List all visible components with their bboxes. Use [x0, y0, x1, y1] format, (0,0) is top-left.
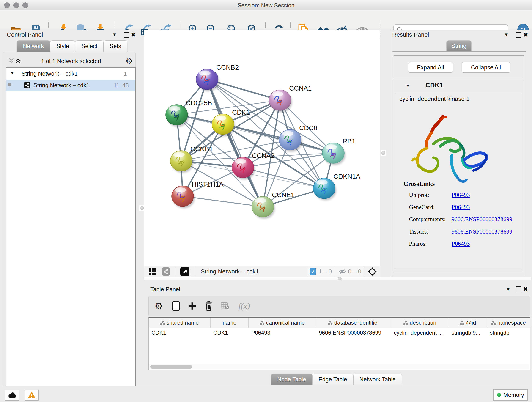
node-label: CDK1	[232, 109, 250, 116]
table-toolbar: ⚙ f(x)	[148, 296, 530, 316]
table-cell[interactable]: P06493	[249, 328, 316, 337]
table-cell[interactable]: CDK1	[149, 328, 210, 337]
network-node-CDKN1A[interactable]: CDKN1A	[313, 173, 360, 200]
right-splitter-handle[interactable]	[380, 150, 386, 156]
hidden-eye-icon[interactable]	[338, 269, 346, 274]
table-panel-maximize-button[interactable]	[515, 287, 521, 292]
network-collection-label: String Network – cdk1	[22, 70, 78, 77]
column-header-namespace[interactable]: namespace	[487, 318, 530, 328]
table-cell[interactable]: CDK1	[210, 328, 249, 337]
network-edge[interactable]	[183, 196, 263, 207]
node-table[interactable]: shared namenamecanonical namedatabase id…	[148, 317, 530, 370]
network-node-HIST1H1A[interactable]: HIST1H1A	[172, 181, 224, 208]
crosslink-label: Uniprot:	[409, 191, 429, 198]
column-header-name[interactable]: name	[210, 318, 249, 328]
warnings-button[interactable]	[25, 390, 39, 401]
memory-button[interactable]: Memory	[493, 389, 528, 401]
delete-column-trash-icon[interactable]	[205, 301, 212, 311]
network-node-CCNB1[interactable]: CCNB1	[170, 145, 213, 173]
grid-view-icon[interactable]	[149, 268, 157, 275]
tree-expander-icon[interactable]: ▼	[10, 70, 14, 76]
protein-section-expander-icon[interactable]: ▼	[406, 83, 410, 88]
table-panel-title: Table Panel	[150, 286, 180, 293]
selected-checkbox[interactable]	[310, 268, 316, 275]
control-panel-float-button[interactable]: ▼	[112, 32, 117, 37]
table-cell[interactable]: stringdb:9...	[449, 328, 487, 337]
network-node-RB1[interactable]: RB1	[322, 138, 355, 165]
table-row[interactable]: CDK1CDK1P064939606.ENSP00000378699cyclin…	[149, 328, 530, 337]
table-type-tabs: Node TableEdge TableNetwork Table	[271, 374, 402, 385]
node-label: CCNE1	[272, 191, 294, 198]
column-header-@id[interactable]: @id	[449, 318, 487, 328]
table-panel-close-button[interactable]: ✖	[523, 286, 528, 293]
edge-count: 48	[122, 82, 129, 89]
crosslink-link[interactable]: 9606.ENSP00000378699	[452, 216, 512, 223]
column-attribute-icon	[404, 321, 408, 325]
protein-structure-image	[405, 112, 493, 191]
node-label: CCNB2	[216, 64, 239, 71]
network-node-CCNA1[interactable]: CCNA1	[269, 85, 312, 112]
control-panel-tabs: NetworkStyleSelectSets	[17, 40, 127, 51]
results-tab-string[interactable]: String	[446, 40, 472, 51]
table-cell[interactable]: stringdb	[487, 328, 530, 337]
table-panel-float-button[interactable]: ▼	[506, 287, 510, 292]
crosslink-label: GeneCard:	[409, 204, 435, 211]
protein-section-box: ▼ CDK1 cyclin–dependent kinase 1	[394, 80, 524, 273]
birdseye-navigator-icon[interactable]	[367, 266, 378, 277]
toolbar-separator	[381, 22, 381, 37]
crosslink-link[interactable]: 9606.ENSP00000378699	[452, 228, 512, 235]
network-selection-status: 1 of 1 Network selected	[27, 58, 114, 64]
network-row-selected[interactable]: String Network – cdk1 11 48	[6, 80, 135, 91]
collapse-all-button[interactable]: Collapse All	[462, 62, 510, 73]
control-tab-network[interactable]: Network	[17, 40, 50, 51]
column-header-canonical-name[interactable]: canonical name	[249, 318, 316, 328]
column-header-description[interactable]: description	[391, 318, 449, 328]
network-graph[interactable]: CCNB2CCNA1CDC25BCDK1CDC6RB1CCNB1CCNA2CDK…	[144, 30, 380, 266]
selected-counts: 1 – 0	[318, 268, 332, 275]
network-collection-row[interactable]: ▼ String Network – cdk1 1	[6, 68, 135, 80]
external-view-button[interactable]	[180, 267, 190, 276]
protein-details: cyclin–dependent kinase 1	[395, 92, 522, 268]
crosslink-link[interactable]: P06493	[452, 240, 470, 247]
expand-all-button[interactable]: Expand All	[408, 62, 453, 73]
control-tab-select[interactable]: Select	[75, 40, 103, 51]
network-view-toolbar: String Network – cdk1 1 – 0 0 – 0	[144, 266, 380, 277]
add-column-icon[interactable]	[188, 302, 196, 310]
scrollbar-thumb[interactable]	[150, 365, 192, 369]
table-cell[interactable]: 9606.ENSP00000378699	[316, 328, 391, 337]
crosslink-link[interactable]: P06493	[452, 204, 470, 211]
table-tab-network-table[interactable]: Network Table	[353, 374, 402, 385]
control-tab-sets[interactable]: Sets	[104, 40, 127, 51]
network-options-gear-icon[interactable]: ⚙	[126, 56, 133, 66]
crosslink-label: Pharos:	[409, 240, 427, 247]
crosslink-link[interactable]: P06493	[452, 191, 470, 198]
table-tab-edge-table[interactable]: Edge Table	[312, 374, 353, 385]
results-panel-close-button[interactable]: ✖	[523, 32, 528, 38]
table-cell[interactable]: cyclin–dependent ...	[391, 328, 449, 337]
network-icon	[24, 82, 30, 89]
column-header-shared-name[interactable]: shared name	[149, 318, 210, 328]
table-horizontal-scrollbar[interactable]	[149, 364, 529, 369]
table-columns-icon[interactable]	[172, 301, 180, 311]
control-tab-style[interactable]: Style	[50, 40, 75, 51]
collapse-all-networks-icon[interactable]	[8, 58, 14, 65]
expand-collapse-box: Expand All Collapse All	[394, 56, 524, 79]
warning-triangle-icon	[27, 391, 36, 399]
results-panel-float-button[interactable]: ▼	[504, 32, 509, 37]
column-header-database-identifier[interactable]: database identifier	[316, 318, 391, 328]
expand-all-networks-icon[interactable]	[15, 58, 21, 65]
node-label: CDC25B	[186, 99, 212, 107]
table-settings-gear-icon[interactable]: ⚙	[155, 301, 163, 311]
cloud-status-button[interactable]	[5, 390, 19, 401]
network-tree: ▼ String Network – cdk1 1 String Network…	[6, 67, 136, 386]
results-panel-maximize-button[interactable]	[515, 32, 521, 38]
network-share-icon[interactable]	[162, 268, 170, 276]
column-attribute-icon	[460, 321, 464, 325]
control-panel-close-button[interactable]: ✖	[131, 32, 136, 38]
protein-description: cyclin–dependent kinase 1	[399, 95, 469, 102]
table-tab-node-table[interactable]: Node Table	[271, 374, 312, 385]
network-canvas[interactable]: CCNB2CCNA1CDC25BCDK1CDC6RB1CCNB1CCNA2CDK…	[144, 30, 380, 266]
control-panel-maximize-button[interactable]	[124, 32, 129, 38]
crosslink-label: Tissues:	[409, 228, 428, 235]
node-label: CCNA2	[252, 152, 274, 159]
